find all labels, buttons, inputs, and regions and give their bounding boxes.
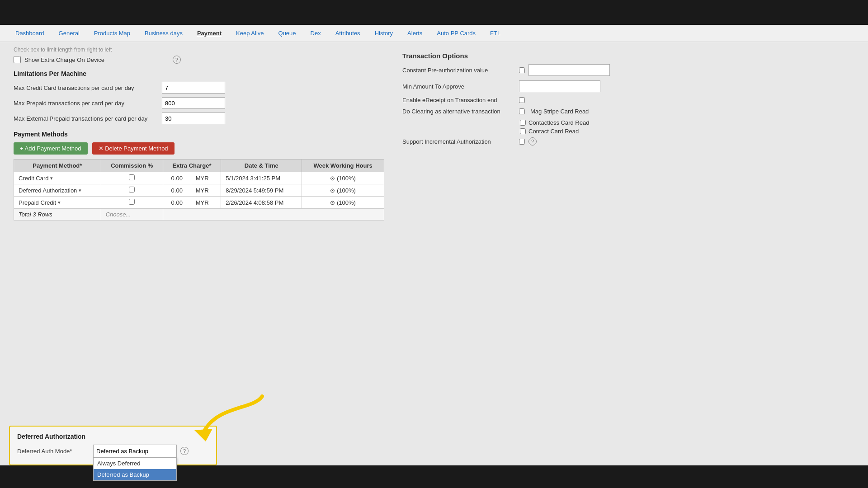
datetime-deferred: 8/29/2024 5:49:59 PM [221, 184, 302, 197]
col-working-hours: Week Working Hours [302, 160, 384, 172]
nav-auto-pp-cards[interactable]: Auto PP Cards [430, 27, 482, 39]
currency-prepaid: MYR [191, 197, 221, 209]
commission-prepaid [101, 197, 163, 209]
support-incremental-row: Support Incremental Authorization ? [402, 137, 854, 145]
nav-ftl[interactable]: FTL [484, 27, 507, 39]
support-incremental-label: Support Incremental Authorization [402, 138, 515, 145]
nav-dashboard[interactable]: Dashboard [9, 27, 51, 39]
constant-pre-auth-label: Constant Pre-authorization value [402, 67, 515, 74]
contactless-checkbox[interactable] [520, 120, 526, 126]
svg-marker-0 [194, 429, 212, 441]
do-clearing-label: Do Clearing as alternative transaction [402, 108, 515, 115]
contact-row: Contact Card Read [520, 128, 854, 135]
prepaid-credit-dropdown-arrow[interactable]: ▾ [58, 200, 61, 206]
prepaid-credit-label: Prepaid Credit [19, 199, 56, 206]
deferred-auth-mode-select-wrapper: Always Deferred Deferred as Backup Alway… [93, 445, 177, 457]
dropdown-option-always-deferred[interactable]: Always Deferred [94, 458, 176, 469]
table-row: Credit Card ▾ 0.00 MYR 5/1/2024 3:41:25 … [14, 172, 384, 184]
datetime-credit-card: 5/1/2024 3:41:25 PM [221, 172, 302, 184]
col-commission: Commission % [101, 160, 163, 172]
enable-ereceipt-label: Enable eReceipt on Transaction end [402, 97, 515, 103]
col-datetime: Date & Time [221, 160, 302, 172]
deferred-auth-label: Deferred Authorization [19, 187, 77, 194]
enable-ereceipt-checkbox[interactable] [519, 97, 525, 103]
extra-deferred: 0.00 [163, 184, 191, 197]
payment-method-buttons: + Add Payment Method ✕ Delete Payment Me… [14, 142, 384, 155]
do-clearing-row: Do Clearing as alternative transaction M… [402, 108, 854, 115]
commission-deferred [101, 184, 163, 197]
max-external-row: Max External Prepaid transactions per ca… [14, 113, 384, 124]
deferred-auth-mode-help-icon[interactable]: ? [180, 447, 189, 455]
min-amount-label: Min Amount To Approve [402, 83, 515, 90]
datetime-prepaid: 2/26/2024 4:08:58 PM [221, 197, 302, 209]
method-credit-card: Credit Card ▾ [14, 172, 101, 184]
deferred-auth-mode-label: Deferred Auth Mode* [17, 448, 90, 455]
max-credit-input[interactable] [162, 82, 225, 94]
min-amount-input[interactable] [519, 80, 600, 92]
show-extra-charge-checkbox[interactable] [14, 56, 21, 63]
show-extra-charge-help-icon[interactable]: ? [173, 56, 181, 64]
nav-alerts[interactable]: Alerts [401, 27, 429, 39]
add-payment-method-button[interactable]: + Add Payment Method [14, 142, 88, 155]
min-amount-row: Min Amount To Approve [402, 80, 854, 92]
nav-general[interactable]: General [52, 27, 86, 39]
right-column: Transaction Options Constant Pre-authori… [402, 49, 854, 479]
max-external-input[interactable] [162, 113, 225, 124]
hours-credit-card: ⊙ (100%) [302, 172, 384, 184]
nav-business-days[interactable]: Business days [138, 27, 189, 39]
currency-credit-card: MYR [191, 172, 221, 184]
arrow-annotation [181, 392, 271, 447]
commission-prepaid-checkbox[interactable] [129, 199, 135, 205]
dropdown-option-deferred-as-backup[interactable]: Deferred as Backup [94, 469, 176, 480]
credit-card-dropdown-arrow[interactable]: ▾ [50, 175, 53, 181]
max-prepaid-row: Max Prepaid transactions per card per da… [14, 97, 384, 109]
do-clearing-checkbox[interactable] [519, 108, 525, 114]
constant-pre-auth-checkbox[interactable] [519, 67, 525, 73]
nav-dex[interactable]: Dex [304, 27, 327, 39]
nav-products-map[interactable]: Products Map [88, 27, 137, 39]
delete-payment-method-button[interactable]: ✕ Delete Payment Method [92, 142, 175, 155]
deferred-auth-mode-select[interactable]: Always Deferred Deferred as Backup [93, 445, 177, 457]
nav-queue[interactable]: Queue [272, 27, 302, 39]
contactless-row: Contactless Card Read [520, 119, 854, 126]
content-area: Check box to limit length from right to … [0, 42, 868, 488]
extra-prepaid: 0.00 [163, 197, 191, 209]
hours-deferred: ⊙ (100%) [302, 184, 384, 197]
commission-credit-card [101, 172, 163, 184]
commission-deferred-checkbox[interactable] [129, 187, 135, 192]
nav-bar: Dashboard General Products Map Business … [0, 25, 868, 42]
method-deferred-auth: Deferred Authorization ▾ [14, 184, 101, 197]
nav-attributes[interactable]: Attributes [329, 27, 367, 39]
choose-cell: Choose... [101, 209, 163, 221]
mag-stripe-label: Mag Stripe Card Read [530, 108, 589, 115]
extra-credit-card: 0.00 [163, 172, 191, 184]
card-read-options: Contactless Card Read Contact Card Read [520, 119, 854, 135]
nav-keep-alive[interactable]: Keep Alive [230, 27, 270, 39]
dropdown-overlay: Always Deferred Deferred as Backup [93, 457, 177, 481]
show-extra-charge-row: Show Extra Charge On Device ? [14, 56, 384, 64]
deferred-popup-title: Deferred Authorization [17, 433, 209, 440]
total-rows-row: Total 3 Rows Choose... [14, 209, 384, 221]
deferred-auth-dropdown-arrow[interactable]: ▾ [79, 188, 81, 193]
payment-methods-title: Payment Methods [14, 131, 384, 138]
enable-ereceipt-row: Enable eReceipt on Transaction end [402, 97, 854, 103]
contactless-label: Contactless Card Read [528, 119, 589, 126]
currency-deferred: MYR [191, 184, 221, 197]
max-credit-label: Max Credit Card transactions per card pe… [14, 84, 158, 91]
max-prepaid-input[interactable] [162, 97, 225, 109]
top-bar [0, 0, 868, 25]
method-prepaid-credit: Prepaid Credit ▾ [14, 197, 101, 209]
commission-credit-card-checkbox[interactable] [129, 174, 135, 180]
max-prepaid-label: Max Prepaid transactions per card per da… [14, 100, 158, 107]
support-incremental-checkbox[interactable] [519, 139, 525, 145]
col-extra-charge: Extra Charge* [163, 160, 221, 172]
support-incremental-help-icon[interactable]: ? [528, 137, 537, 145]
empty-cell [163, 209, 384, 221]
transaction-options-title: Transaction Options [402, 52, 854, 60]
constant-pre-auth-input[interactable] [528, 64, 610, 76]
contact-checkbox[interactable] [520, 128, 526, 134]
payment-methods-section: Payment Methods + Add Payment Method ✕ D… [14, 131, 384, 221]
nav-payment[interactable]: Payment [191, 27, 228, 39]
nav-history[interactable]: History [368, 27, 399, 39]
table-row: Prepaid Credit ▾ 0.00 MYR 2/26/2024 4:08… [14, 197, 384, 209]
